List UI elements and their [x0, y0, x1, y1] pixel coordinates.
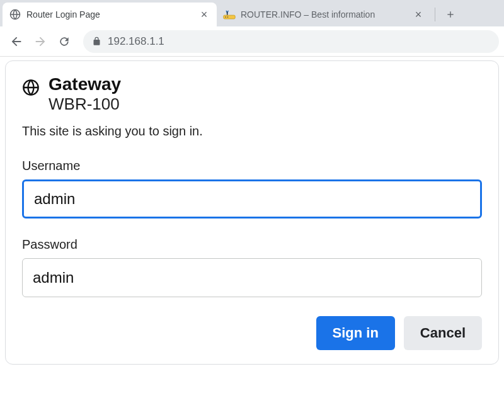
tab-inactive[interactable]: ROUTER.INFO – Best information × — [217, 3, 431, 26]
password-label: Password — [22, 237, 482, 252]
dialog-header: Gateway WBR-100 — [22, 75, 482, 114]
browser-toolbar: 192.168.1.1 — [0, 26, 504, 57]
close-icon[interactable]: × — [198, 8, 210, 21]
username-input[interactable] — [22, 179, 482, 219]
brand-title: Gateway — [49, 75, 121, 94]
globe-icon — [22, 75, 40, 99]
new-tab-button[interactable] — [442, 6, 459, 23]
tab-active[interactable]: Router Login Page × — [3, 3, 217, 26]
tab-strip: Router Login Page × ROUTER.INFO – Best i… — [0, 0, 504, 26]
forward-button[interactable] — [29, 30, 52, 53]
close-icon[interactable]: × — [412, 8, 425, 21]
address-url: 192.168.1.1 — [108, 35, 164, 48]
lock-icon — [92, 37, 101, 46]
brand-model: WBR-100 — [49, 94, 121, 114]
cancel-button[interactable]: Cancel — [404, 316, 482, 350]
svg-point-4 — [227, 16, 229, 18]
router-favicon-icon — [223, 8, 236, 21]
password-input[interactable] — [22, 258, 482, 297]
page-content: Gateway WBR-100 This site is asking you … — [0, 57, 504, 368]
svg-point-3 — [225, 16, 226, 18]
dialog-buttons: Sign in Cancel — [22, 316, 482, 350]
signin-button[interactable]: Sign in — [316, 316, 395, 350]
username-label: Username — [22, 159, 482, 173]
signin-prompt: This site is asking you to sign in. — [22, 124, 482, 139]
address-bar[interactable]: 192.168.1.1 — [83, 30, 499, 53]
globe-icon — [9, 8, 21, 21]
username-field-block: Username — [22, 159, 482, 219]
password-field-block: Password — [22, 237, 482, 297]
back-button[interactable] — [5, 30, 28, 53]
tab-title: ROUTER.INFO – Best information — [241, 9, 410, 20]
reload-button[interactable] — [53, 30, 76, 53]
tab-title: Router Login Page — [26, 9, 195, 20]
tab-separator — [435, 8, 435, 21]
auth-dialog: Gateway WBR-100 This site is asking you … — [5, 60, 499, 365]
